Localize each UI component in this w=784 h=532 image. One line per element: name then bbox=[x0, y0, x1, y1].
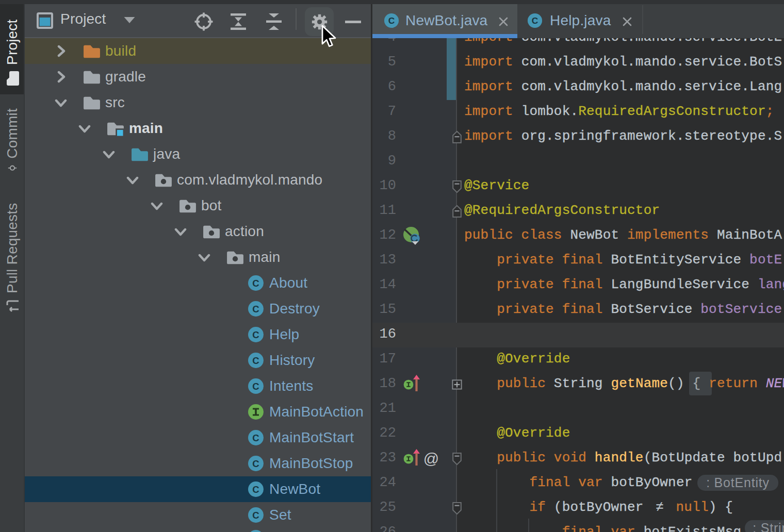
svg-text:C: C bbox=[532, 15, 538, 26]
svg-text:C: C bbox=[252, 304, 259, 314]
svg-text:C: C bbox=[252, 355, 259, 366]
svg-text:C: C bbox=[252, 484, 259, 495]
svg-text:C: C bbox=[252, 329, 259, 340]
svg-text:C: C bbox=[252, 433, 259, 443]
svg-text:C: C bbox=[252, 510, 259, 521]
svg-text:C: C bbox=[252, 458, 259, 469]
svg-text:C: C bbox=[252, 381, 259, 392]
svg-text:C: C bbox=[388, 15, 395, 26]
svg-text:C: C bbox=[252, 278, 259, 289]
